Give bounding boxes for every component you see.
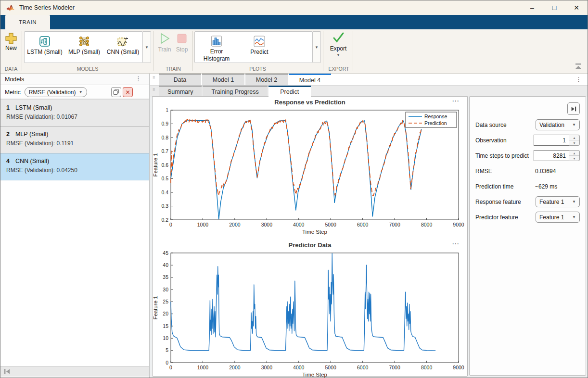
histogram-icon — [209, 34, 224, 48]
svg-text:4000: 4000 — [293, 222, 305, 227]
chart-options-icon[interactable]: ⋯ — [452, 97, 460, 105]
svg-text:Feature 1: Feature 1 — [153, 296, 158, 319]
new-button-label: New — [3, 45, 19, 51]
spinner-up-icon[interactable]: ▲ — [569, 151, 579, 156]
group-label-train: TRAIN — [154, 66, 192, 72]
predict-plot-label: Predict — [250, 49, 268, 55]
gallery-item-predict-plot[interactable]: Predict — [238, 32, 281, 63]
detail-row-predictor-feature: Predictor featureFeature 1▼ — [470, 210, 586, 226]
tab-row-grip-icon[interactable]: ≡ — [153, 77, 156, 78]
export-dropdown-caret: ▾ — [326, 53, 351, 57]
detail-row-data-source: Data sourceValidation▼ — [470, 118, 586, 133]
spinner-value[interactable]: 8281 — [534, 150, 569, 161]
response-feature-dropdown[interactable]: Feature 1▼ — [536, 196, 580, 207]
cnn-label: CNN (Small) — [107, 49, 139, 55]
delete-model-button[interactable]: ✕ — [123, 87, 133, 97]
minimize-button[interactable]: – — [521, 0, 543, 15]
plots-gallery: Error Histogram Predict — [194, 31, 313, 63]
stop-button[interactable]: Stop — [174, 32, 190, 53]
data-source-dropdown[interactable]: Validation▼ — [536, 119, 580, 130]
gallery-item-mlp[interactable]: MLP (Small) — [65, 32, 103, 63]
tab-model-2[interactable]: Model 2 — [245, 74, 288, 85]
delete-x-icon: ✕ — [125, 89, 130, 96]
stop-button-label: Stop — [174, 46, 190, 53]
model-metric: RMSE (Validation): 0.01067 — [6, 113, 149, 120]
collapse-panel-right-icon — [570, 106, 577, 112]
document-tabs-menu-icon[interactable]: ⋮ — [575, 76, 582, 83]
spinner-down-icon[interactable]: ▼ — [569, 140, 579, 145]
mlp-label: MLP (Small) — [68, 49, 100, 55]
tab-train[interactable]: TRAIN — [5, 15, 50, 29]
model-list-item-lstm-small[interactable]: 1LSTM (Small)RMSE (Validation): 0.01067 — [0, 100, 149, 126]
chart-options-icon[interactable]: ⋯ — [452, 239, 460, 248]
model-list-item-cnn-small[interactable]: 4CNN (Small)RMSE (Validation): 0.04250 — [0, 153, 149, 180]
train-button-label: Train — [156, 46, 173, 53]
observation-spinner[interactable]: 1▲▼ — [534, 135, 580, 146]
svg-text:1: 1 — [166, 107, 168, 113]
mlp-network-icon — [77, 34, 91, 49]
collapse-ribbon-icon[interactable] — [574, 63, 583, 70]
document-tabs: DataModel 1Model 2Model 4 — [159, 74, 331, 85]
time-steps-to-predict-spinner[interactable]: 8281▲▼ — [534, 150, 580, 161]
svg-text:3000: 3000 — [261, 222, 273, 227]
models-panel-title: Models — [5, 76, 24, 83]
chevron-down-icon: ▼ — [572, 200, 576, 204]
svg-text:0.7: 0.7 — [161, 148, 168, 154]
duplicate-model-button[interactable] — [111, 87, 121, 97]
metric-row: Metric RMSE (Validation) ▼ ✕ — [0, 86, 149, 99]
tab-predict[interactable]: Predict — [268, 86, 311, 97]
svg-text:1000: 1000 — [197, 222, 209, 227]
export-button[interactable]: Export ▾ — [326, 31, 351, 57]
train-button[interactable]: Train — [156, 32, 173, 53]
plots-gallery-dropdown[interactable]: ▾ — [313, 31, 321, 63]
tab-model-1[interactable]: Model 1 — [202, 74, 244, 85]
export-button-label: Export — [326, 45, 351, 52]
predictor-data-chart[interactable]: 0100020003000400050006000700080009000051… — [153, 250, 465, 378]
prediction-time-label: Prediction time — [475, 183, 513, 190]
close-button[interactable]: ✕ — [565, 0, 588, 15]
detail-row-prediction-time: Prediction time~629 ms — [470, 179, 586, 195]
svg-text:0: 0 — [169, 365, 172, 370]
tab-training-progress[interactable]: Training Progress — [203, 86, 267, 97]
response-vs-prediction-chart[interactable]: 01000200030004000500060007000800090000.2… — [153, 107, 465, 235]
tab-summary[interactable]: Summary — [159, 86, 202, 97]
svg-text:8000: 8000 — [421, 222, 433, 227]
spinner-down-icon[interactable]: ▼ — [569, 156, 579, 161]
tab-data[interactable]: Data — [159, 74, 201, 85]
collapse-panel-left-icon[interactable] — [3, 368, 11, 375]
dropdown-value: Validation — [539, 122, 572, 128]
spinner-up-icon[interactable]: ▲ — [569, 135, 579, 140]
models-panel-header: Models ⋮ — [0, 74, 149, 85]
new-button[interactable]: New — [3, 31, 19, 51]
svg-text:0.9: 0.9 — [161, 121, 168, 126]
detail-row-rmse: RMSE0.03694 — [470, 164, 586, 179]
error-histogram-label: Error Histogram — [198, 48, 235, 63]
maximize-button[interactable]: □ — [543, 0, 565, 15]
svg-text:Feature 1: Feature 1 — [153, 153, 158, 176]
gallery-item-lstm[interactable]: LSTM (Small) — [25, 32, 65, 63]
model-list-item-mlp-small[interactable]: 2MLP (Small)RMSE (Validation): 0.1191 — [0, 126, 149, 153]
tab-row-grip-icon[interactable]: ≡ — [153, 89, 156, 90]
gallery-item-error-histogram[interactable]: Error Histogram — [195, 32, 238, 63]
metric-dropdown[interactable]: RMSE (Validation) ▼ — [25, 87, 87, 97]
metric-dropdown-value: RMSE (Validation) — [29, 89, 79, 96]
predictor-feature-dropdown[interactable]: Feature 1▼ — [536, 212, 580, 223]
collapse-panel-right-button[interactable] — [567, 102, 580, 115]
model-number: 4 — [6, 158, 10, 164]
spinner-value[interactable]: 1 — [534, 135, 569, 146]
models-gallery-dropdown[interactable]: ▾ — [143, 31, 151, 63]
metric-label: Metric — [5, 89, 21, 96]
svg-text:Prediction: Prediction — [424, 120, 447, 126]
divider — [22, 31, 22, 71]
models-panel-menu-icon[interactable]: ⋮ — [135, 75, 141, 82]
model-number: 2 — [6, 131, 10, 138]
gallery-item-cnn[interactable]: CNN (Small) — [103, 32, 142, 63]
data-source-label: Data source — [475, 122, 507, 128]
rmse-label: RMSE — [475, 168, 492, 175]
dropdown-value: Feature 1 — [539, 214, 572, 221]
detail-row-observation: Observation1▲▼ — [470, 133, 586, 149]
tab-model-4[interactable]: Model 4 — [289, 74, 331, 85]
rmse-value: 0.03694 — [535, 168, 556, 175]
svg-text:9000: 9000 — [453, 222, 464, 227]
svg-text:Response: Response — [424, 113, 447, 119]
